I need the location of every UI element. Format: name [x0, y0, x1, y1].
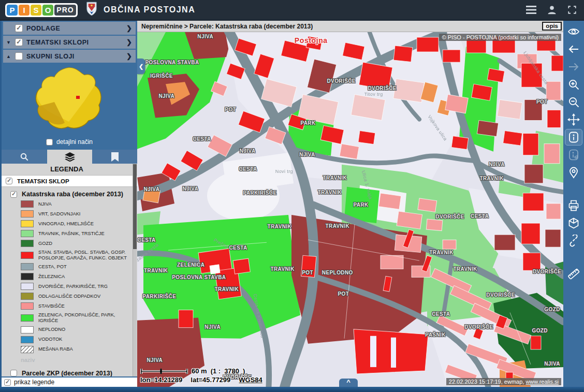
pan-button[interactable]: [565, 112, 582, 127]
legend-panel: LEGENDA TEMATSKI SKLOP Katastrska raba (…: [2, 164, 137, 376]
back-button[interactable]: [565, 41, 582, 57]
legend-item-label: STAVBIŠČE: [38, 303, 65, 309]
overview-location-marker: [76, 96, 80, 99]
coord-datum-link[interactable]: WGS84: [239, 376, 262, 384]
legend-item-label: TRAVNIK, PAŠNIK, TRSTIČJE: [38, 231, 105, 237]
map-copyright: © PISO - POSTOJNA (podatki so informativ…: [439, 34, 561, 41]
print-button[interactable]: [565, 198, 582, 213]
tab-bookmarks[interactable]: [92, 150, 137, 164]
legend-group-tematski-sklop[interactable]: TEMATSKI SKLOP: [2, 175, 137, 187]
tematski-sklopi-checkbox[interactable]: [15, 38, 23, 46]
legend-swatch: [21, 273, 34, 280]
zoom-in-button[interactable]: [565, 77, 582, 92]
legend-item: VINOGRAD, HMELJIŠČE: [21, 220, 132, 227]
chevron-right-icon: ❯: [126, 52, 132, 60]
legend-item-label: ODLAGALIŠČE ODPADKOV: [38, 294, 100, 299]
info-button[interactable]: [565, 129, 582, 145]
scale-widget: 60 m (1 : 3780 ) lon=14.21289 lat=45.772…: [140, 367, 262, 384]
legend-item-label: DVORIŠČE, PARKIRIŠČE, TRG: [38, 284, 108, 289]
scale-ratio-link[interactable]: 3780: [224, 367, 239, 375]
sidebar-panel-podlage[interactable]: PODLAGE ❯: [3, 22, 136, 35]
legend-item-label: CESTA, POT: [38, 264, 67, 270]
panel-label: SKUPNI SLOJI: [26, 53, 75, 60]
legend-title: LEGENDA: [2, 164, 132, 175]
legend-item: STAVBIŠČE: [21, 302, 132, 310]
legend-item-label: ZELENICA, POKOPALIŠČE, PARK, IGRIŠČE: [38, 312, 129, 323]
bottom-strip: [0, 387, 584, 392]
sidebar-tabs: [2, 150, 137, 164]
skupni-sloji-checkbox[interactable]: [15, 52, 23, 60]
panel-label: TEMATSKI SKLOPI: [26, 39, 89, 46]
user-icon[interactable]: [547, 5, 557, 15]
scrollbar-thumb[interactable]: [133, 164, 137, 249]
legend-scrollbar[interactable]: [133, 164, 137, 376]
legend-item: CESTA, POT: [21, 263, 132, 270]
breadcrumb: Nepremičnine > Parcele: Katastrska raba …: [141, 23, 313, 30]
parcele-zkp-checkbox[interactable]: [10, 370, 17, 376]
sidebar-collapse-tab[interactable]: ❮: [137, 59, 145, 74]
opis-button[interactable]: opis: [542, 22, 562, 31]
scene-3d-button[interactable]: [565, 215, 582, 231]
fullscreen-icon[interactable]: [567, 5, 577, 14]
overview-map[interactable]: [2, 63, 137, 136]
legend-swatch: [21, 252, 34, 259]
legend-swatch: [21, 240, 34, 247]
detail-mode-checkbox[interactable]: [46, 139, 53, 146]
triangle-down-icon: ▼: [6, 40, 15, 45]
locate-button[interactable]: [565, 165, 582, 180]
legend-swatch: [21, 314, 34, 322]
menu-icon[interactable]: [526, 6, 536, 14]
sidebar-panel-skupni-sloji[interactable]: ▲ SKUPNI SLOJI ❯: [3, 50, 136, 63]
legend-item-label: GOZD: [38, 241, 52, 246]
legend-item-label: ŽELEZNICA: [38, 274, 65, 280]
chevron-right-icon: ❯: [126, 38, 132, 46]
logo-pro-badge: PRO: [54, 5, 76, 16]
forward-button[interactable]: [565, 59, 582, 75]
podlage-checkbox[interactable]: [15, 24, 23, 32]
legend-swatch: [21, 263, 34, 270]
share-link-button[interactable]: [565, 233, 582, 249]
prikaz-legende-checkbox[interactable]: [4, 379, 11, 386]
sidebar-panel-tematski-sklopi[interactable]: ▼ TEMATSKI SKLOPI ❯: [3, 36, 136, 49]
zoom-out-button[interactable]: [565, 94, 582, 110]
chevron-right-icon: ❯: [126, 24, 132, 32]
piso-pro-logo[interactable]: P I S O PRO: [5, 3, 78, 17]
map-area: Nepremičnine > Parcele: Katastrska raba …: [137, 21, 563, 387]
logo-letter: O: [42, 5, 53, 16]
legend-note: naziv: [2, 356, 132, 366]
scale-distance: 60 m: [192, 367, 207, 375]
layer-label: Parcele ZKP (december 2013): [22, 370, 112, 376]
legend-item: NJIVA: [21, 200, 132, 208]
legend-swatch: [21, 336, 34, 343]
legend-item: DVORIŠČE, PARKIRIŠČE, TRG: [21, 283, 132, 290]
legend-swatch: [21, 293, 34, 300]
measure-button[interactable]: [565, 266, 582, 282]
legend-group-label: TEMATSKI SKLOP: [17, 178, 69, 184]
legend-item: VODOTOK: [21, 336, 132, 343]
legend-item: MEŠANA RABA: [21, 346, 132, 353]
legend-item-label: NJIVA: [38, 201, 52, 207]
municipality-coat-of-arms-icon: [86, 2, 97, 18]
legend-swatch: [21, 346, 34, 353]
scale-ratio-close: ): [243, 367, 245, 375]
detail-mode-label: detajlni način: [56, 138, 93, 146]
info-group-button[interactable]: [565, 147, 582, 163]
visibility-button[interactable]: [565, 24, 582, 39]
katastrska-raba-checkbox[interactable]: [10, 191, 17, 198]
layer-parcele-zkp[interactable]: Parcele ZKP (december 2013): [2, 366, 132, 376]
realis-link[interactable]: www.realis.si: [525, 379, 559, 385]
status-text: 22.02.2023 15:17:19, ewmap,: [449, 379, 524, 385]
legend-item: TRAVNIK, PAŠNIK, TRSTIČJE: [21, 230, 132, 237]
tab-layers[interactable]: [47, 150, 92, 164]
breadcrumb-bar: Nepremičnine > Parcele: Katastrska raba …: [137, 21, 563, 32]
bottom-panel-tab[interactable]: ^: [339, 379, 358, 387]
logo-letter: S: [31, 5, 41, 16]
legend-swatch: [21, 283, 34, 290]
layer-label: Katastrska raba (december 2013): [22, 191, 123, 198]
layer-katastrska-raba[interactable]: Katastrska raba (december 2013): [2, 187, 132, 200]
tab-search[interactable]: [2, 150, 47, 164]
tematski-sklop-checkbox[interactable]: [6, 178, 12, 184]
map-canvas[interactable]: NJIVAPostojnaPOSLOVNA STAVBAIGRIŠČEDVORI…: [137, 32, 563, 387]
legend-swatch: [21, 210, 34, 217]
sidebar: PODLAGE ❯ ▼ TEMATSKI SKLOPI ❯ ▲ SKUPNI S…: [2, 21, 137, 387]
